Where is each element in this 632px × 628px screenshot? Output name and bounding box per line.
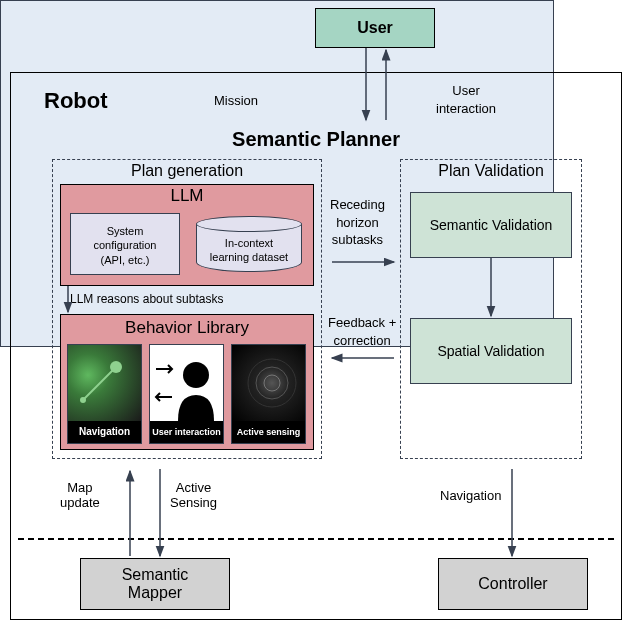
controller: Controller [438, 558, 588, 610]
svg-point-3 [183, 362, 209, 388]
map-update-label: Map update [60, 480, 100, 510]
plan-generation-title: Plan generation [52, 162, 322, 180]
receding-label: Receding horizon subtasks [330, 196, 385, 249]
robot-title: Robot [44, 88, 108, 114]
svg-point-5 [256, 367, 288, 399]
mission-label: Mission [214, 92, 258, 110]
behavior-user-interaction: User interaction [149, 344, 224, 444]
spatial-validation: Spatial Validation [410, 318, 572, 384]
dataset-cylinder: In-context learning dataset [196, 216, 302, 272]
semantic-mapper: Semantic Mapper [80, 558, 230, 610]
svg-point-4 [264, 375, 280, 391]
navigation-label: Navigation [440, 488, 501, 503]
system-config-box: System configuration (API, etc.) [70, 213, 180, 275]
behavior-userint-label: User interaction [150, 421, 223, 443]
semantic-planner-title: Semantic Planner [0, 128, 632, 151]
spatial-validation-label: Spatial Validation [437, 343, 544, 359]
user-interaction-label: User interaction [436, 82, 496, 117]
semantic-mapper-label: Semantic Mapper [122, 566, 189, 602]
behavior-sensing-label: Active sensing [232, 421, 305, 443]
controller-label: Controller [478, 575, 547, 593]
llm-title: LLM [60, 186, 314, 206]
dataset-label: In-context learning dataset [196, 236, 302, 265]
svg-point-1 [80, 397, 86, 403]
active-sensing-label: Active Sensing [170, 480, 217, 510]
svg-point-6 [248, 359, 296, 407]
behavior-navigation: Navigation [67, 344, 142, 444]
user-label: User [357, 19, 393, 36]
feedback-label: Feedback + correction [328, 314, 396, 349]
behavior-library-title: Behavior Library [60, 318, 314, 338]
semantic-validation-label: Semantic Validation [430, 217, 553, 233]
module-divider [18, 538, 614, 540]
semantic-validation: Semantic Validation [410, 192, 572, 258]
behavior-active-sensing: Active sensing [231, 344, 306, 444]
behavior-navigation-label: Navigation [68, 421, 141, 443]
user-box: User [315, 8, 435, 48]
llm-reason-note: LLM reasons about subtasks [70, 292, 223, 306]
plan-validation-title: Plan Validation [400, 162, 582, 180]
